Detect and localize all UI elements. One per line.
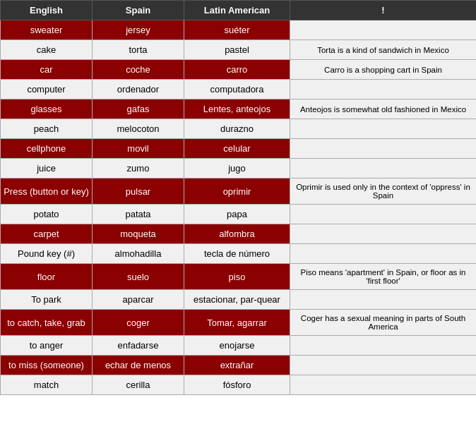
cell-english: computer — [1, 80, 93, 99]
cell-english: carpet — [1, 224, 93, 244]
header-english: English — [1, 1, 93, 20]
cell-spain: melocoton — [93, 119, 184, 139]
cell-latin: piso — [184, 264, 290, 290]
cell-spain: ordenador — [93, 80, 184, 99]
table-row: caketortapastelTorta is a kind of sandwi… — [1, 40, 477, 60]
cell-english: To park — [1, 290, 93, 310]
cell-note — [290, 375, 477, 395]
cell-latin: pastel — [184, 40, 290, 60]
cell-english: potato — [1, 205, 93, 224]
cell-spain: coger — [93, 310, 184, 336]
cell-spain: coche — [93, 60, 184, 80]
cell-english: Press (button or key) — [1, 178, 93, 205]
cell-latin: celular — [184, 139, 290, 159]
cell-latin: durazno — [184, 119, 290, 139]
table-row: to miss (someone)echar de menosextrañar — [1, 356, 477, 375]
cell-english: match — [1, 375, 93, 395]
cell-english: to miss (someone) — [1, 356, 93, 375]
cell-english: cake — [1, 40, 93, 60]
cell-latin: oprimir — [184, 178, 290, 205]
cell-english: peach — [1, 119, 93, 139]
header-latin: Latin American — [184, 1, 290, 20]
cell-spain: moqueta — [93, 224, 184, 244]
table-row: carpetmoquetaalfombra — [1, 224, 477, 244]
cell-note: Torta is a kind of sandwich in Mexico — [290, 40, 477, 60]
cell-english: glasses — [1, 99, 93, 119]
table-row: potatopatatapapa — [1, 205, 477, 224]
cell-latin: Tomar, agarrar — [184, 310, 290, 336]
cell-latin: carro — [184, 60, 290, 80]
table-row: juicezumojugo — [1, 159, 477, 178]
cell-latin: computadora — [184, 80, 290, 99]
cell-latin: tecla de número — [184, 244, 290, 264]
cell-english: cellphone — [1, 139, 93, 159]
table-header: English Spain Latin American ! — [1, 1, 477, 20]
table-row: Press (button or key)pulsaroprimirOprimi… — [1, 178, 477, 205]
table-row: peachmelocotondurazno — [1, 119, 477, 139]
cell-spain: cerilla — [93, 375, 184, 395]
cell-latin: estacionar, par-quear — [184, 290, 290, 310]
cell-note: Anteojos is somewhat old fashioned in Me… — [290, 99, 477, 119]
cell-note — [290, 20, 477, 40]
cell-spain: jersey — [93, 20, 184, 40]
cell-latin: Lentes, anteojos — [184, 99, 290, 119]
table-row: glassesgafasLentes, anteojosAnteojos is … — [1, 99, 477, 119]
cell-note — [290, 159, 477, 178]
header-note: ! — [290, 1, 477, 20]
cell-note — [290, 139, 477, 159]
cell-english: to anger — [1, 336, 93, 356]
table-row: to catch, take, grabcogerTomar, agarrarC… — [1, 310, 477, 336]
cell-spain: pulsar — [93, 178, 184, 205]
cell-note: Oprimir is used only in the context of '… — [290, 178, 477, 205]
cell-latin: alfombra — [184, 224, 290, 244]
cell-note — [290, 356, 477, 375]
cell-english: to catch, take, grab — [1, 310, 93, 336]
cell-note — [290, 244, 477, 264]
cell-note: Piso means 'apartment' in Spain, or floo… — [290, 264, 477, 290]
cell-spain: movil — [93, 139, 184, 159]
cell-spain: almohadilla — [93, 244, 184, 264]
table-row: floorsuelopisoPiso means 'apartment' in … — [1, 264, 477, 290]
cell-spain: patata — [93, 205, 184, 224]
table-row: computerordenadorcomputadora — [1, 80, 477, 99]
cell-latin: fósforo — [184, 375, 290, 395]
cell-latin: suéter — [184, 20, 290, 40]
cell-spain: torta — [93, 40, 184, 60]
cell-english: floor — [1, 264, 93, 290]
cell-english: Pound key (#) — [1, 244, 93, 264]
table-row: matchcerillafósforo — [1, 375, 477, 395]
cell-latin: jugo — [184, 159, 290, 178]
cell-spain: zumo — [93, 159, 184, 178]
cell-spain: echar de menos — [93, 356, 184, 375]
cell-spain: enfadarse — [93, 336, 184, 356]
cell-latin: extrañar — [184, 356, 290, 375]
cell-english: car — [1, 60, 93, 80]
cell-latin: enojarse — [184, 336, 290, 356]
cell-note: Coger has a sexual meaning in parts of S… — [290, 310, 477, 336]
table-row: sweaterjerseysuéter — [1, 20, 477, 40]
cell-english: sweater — [1, 20, 93, 40]
cell-english: juice — [1, 159, 93, 178]
cell-note — [290, 119, 477, 139]
cell-note — [290, 80, 477, 99]
table-row: To parkaparcarestacionar, par-quear — [1, 290, 477, 310]
cell-spain: aparcar — [93, 290, 184, 310]
table-row: Pound key (#)almohadillatecla de número — [1, 244, 477, 264]
cell-latin: papa — [184, 205, 290, 224]
cell-spain: gafas — [93, 99, 184, 119]
table-row: cellphonemovilcelular — [1, 139, 477, 159]
cell-spain: suelo — [93, 264, 184, 290]
cell-note — [290, 336, 477, 356]
cell-note — [290, 224, 477, 244]
table-row: to angerenfadarseenojarse — [1, 336, 477, 356]
header-spain: Spain — [93, 1, 184, 20]
cell-note — [290, 205, 477, 224]
cell-note — [290, 290, 477, 310]
cell-note: Carro is a shopping cart in Spain — [290, 60, 477, 80]
table-row: carcochecarroCarro is a shopping cart in… — [1, 60, 477, 80]
